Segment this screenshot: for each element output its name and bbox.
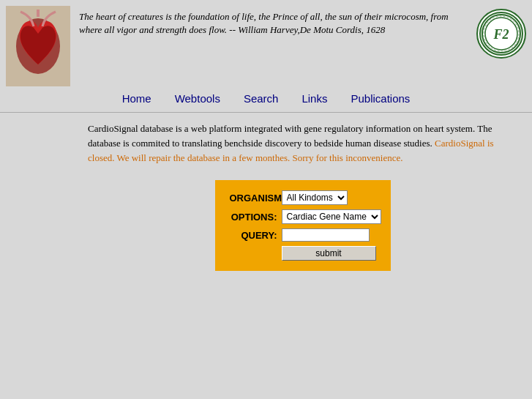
query-row: QUERY:: [230, 228, 376, 242]
quote-text: The heart of creatures is the foundation…: [79, 11, 449, 35]
organism-row: ORGANISM: All Kindoms: [230, 190, 376, 205]
site-description: CardioSignal database is a web platform …: [88, 122, 517, 165]
query-label: QUERY:: [230, 230, 277, 241]
nav-home[interactable]: Home: [122, 92, 151, 105]
header: The heart of creatures is the foundation…: [0, 0, 532, 86]
nav-search[interactable]: Search: [244, 92, 279, 105]
heart-image: [6, 6, 70, 86]
search-form: ORGANISM: All Kindoms OPTIONS: Cardiac G…: [215, 180, 391, 271]
header-quote: The heart of creatures is the foundation…: [70, 6, 476, 41]
options-label: OPTIONS:: [230, 212, 277, 223]
submit-button[interactable]: submit: [282, 246, 376, 261]
page-wrapper: The heart of creatures is the foundation…: [0, 0, 532, 399]
options-row: OPTIONS: Cardiac Gene Name: [230, 209, 376, 224]
organism-label: ORGANISM:: [230, 193, 277, 204]
options-select[interactable]: Cardiac Gene Name: [282, 209, 381, 224]
organism-select[interactable]: All Kindoms: [282, 190, 348, 205]
svg-text:F2: F2: [492, 27, 509, 42]
main-nav: Home Webtools Search Links Publications: [0, 86, 532, 112]
nav-publications[interactable]: Publications: [351, 92, 410, 105]
nav-webtools[interactable]: Webtools: [175, 92, 220, 105]
logo-inner: F2: [479, 12, 523, 56]
logo-badge: F2: [476, 9, 526, 59]
description-text: CardioSignal database is a web platform …: [88, 123, 492, 149]
query-input[interactable]: [282, 228, 370, 242]
nav-links[interactable]: Links: [301, 92, 327, 105]
main-content: CardioSignal database is a web platform …: [0, 113, 532, 286]
